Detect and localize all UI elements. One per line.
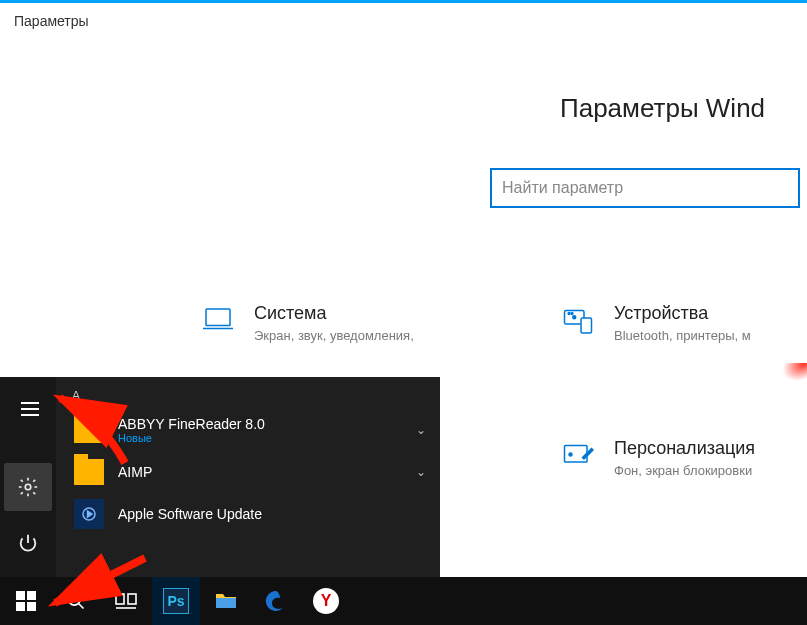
category-subtitle: Bluetooth, принтеры, м	[614, 328, 751, 343]
page-title: Параметры Wind	[560, 93, 765, 124]
app-list-section-heading: A	[72, 389, 440, 403]
edge-icon	[264, 589, 288, 613]
category-title: Персонализация	[614, 438, 755, 459]
chevron-down-icon: ⌄	[416, 423, 426, 437]
svg-rect-13	[16, 591, 25, 600]
photoshop-taskbar-button[interactable]: Ps	[152, 577, 200, 625]
edge-browser-button[interactable]	[252, 577, 300, 625]
start-button[interactable]	[2, 577, 50, 625]
svg-rect-15	[16, 602, 25, 611]
power-button[interactable]	[4, 519, 52, 567]
category-subtitle: Фон, экран блокировки	[614, 463, 755, 478]
svg-rect-16	[27, 602, 36, 611]
search-input[interactable]	[492, 170, 798, 206]
chevron-down-icon: ⌄	[416, 465, 426, 479]
apple-update-icon	[74, 499, 104, 529]
new-badge: Новые	[118, 432, 265, 444]
category-title: Система	[254, 303, 414, 324]
category-personalization[interactable]: Персонализация Фон, экран блокировки	[560, 438, 755, 478]
app-label: AIMP	[118, 464, 152, 480]
task-view-button[interactable]	[102, 577, 150, 625]
folder-icon	[214, 591, 238, 611]
window-titlebar: Параметры	[0, 3, 807, 39]
svg-point-17	[69, 594, 81, 606]
app-label: ABBYY FineReader 8.0	[118, 416, 265, 432]
devices-icon	[560, 303, 596, 339]
yandex-browser-button[interactable]: Y	[302, 577, 350, 625]
hamburger-icon[interactable]	[6, 385, 54, 433]
window-title: Параметры	[14, 13, 89, 29]
start-app-aimp[interactable]: AIMP ⌄	[68, 451, 440, 493]
settings-button[interactable]	[4, 463, 52, 511]
svg-rect-21	[216, 598, 236, 608]
svg-rect-18	[116, 594, 124, 604]
svg-rect-19	[128, 594, 136, 604]
category-title: Устройства	[614, 303, 751, 324]
svg-rect-0	[206, 309, 230, 326]
svg-rect-3	[581, 318, 592, 333]
svg-point-4	[573, 316, 576, 319]
red-highlight-annotation	[776, 363, 807, 381]
laptop-icon	[200, 303, 236, 339]
start-app-apple-update[interactable]: Apple Software Update	[68, 493, 440, 535]
start-menu-app-list: A ABBYY FineReader 8.0 Новые ⌄ AIMP ⌄ Ap…	[56, 377, 440, 577]
taskbar: Ps Y	[0, 577, 807, 625]
svg-rect-14	[27, 591, 36, 600]
folder-icon	[74, 417, 104, 443]
search-box[interactable]	[490, 168, 800, 208]
search-taskbar-button[interactable]	[52, 577, 100, 625]
category-devices[interactable]: Устройства Bluetooth, принтеры, м	[560, 303, 751, 343]
photoshop-icon: Ps	[163, 588, 189, 614]
category-subtitle: Экран, звук, уведомления,	[254, 328, 414, 343]
brush-icon	[560, 438, 596, 474]
start-menu-sidebar	[0, 377, 56, 577]
start-app-abbyy[interactable]: ABBYY FineReader 8.0 Новые ⌄	[68, 409, 440, 451]
file-explorer-button[interactable]	[202, 577, 250, 625]
svg-point-5	[568, 313, 570, 315]
app-label: Apple Software Update	[118, 506, 262, 522]
yandex-icon: Y	[313, 588, 339, 614]
svg-point-8	[569, 453, 572, 456]
svg-point-11	[25, 484, 31, 490]
svg-point-6	[571, 313, 573, 315]
folder-icon	[74, 459, 104, 485]
category-system[interactable]: Система Экран, звук, уведомления,	[200, 303, 414, 343]
start-menu: A ABBYY FineReader 8.0 Новые ⌄ AIMP ⌄ Ap…	[0, 377, 440, 577]
